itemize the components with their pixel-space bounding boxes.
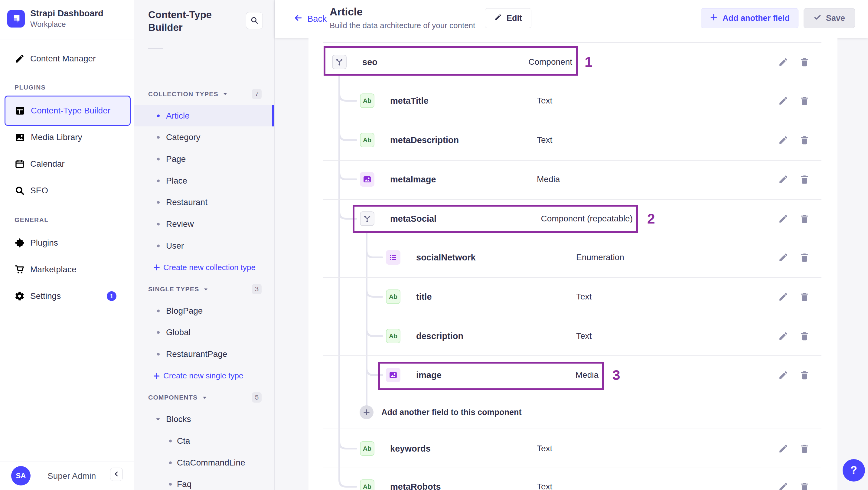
subnav-section-single-types: SINGLE TYPES3 [134,278,274,300]
subnav-item-faq[interactable]: Faq [134,473,274,490]
delete-field-button[interactable] [798,212,811,225]
field-name: seo [362,57,377,67]
subnav-item-article[interactable]: Article [134,105,274,127]
edit-field-button[interactable] [777,212,790,225]
page-header: Back Article Build the data architecture… [275,0,868,38]
bullet-icon [157,136,160,139]
notification-badge: 1 [107,291,117,301]
main-sidebar: Strapi Dashboard Workplace Content Manag… [0,0,134,490]
text-field-icon: Ab [360,480,374,490]
subnav-item-restaurantpage[interactable]: RestaurantPage [134,343,274,365]
delete-field-button[interactable] [798,368,811,382]
field-name: description [416,331,463,341]
delete-field-button[interactable] [798,55,811,69]
field-row-description: AbdescriptionText [309,323,837,349]
delete-field-button[interactable] [798,329,811,343]
edit-field-button[interactable] [777,251,790,264]
strapi-logo[interactable] [7,10,25,28]
component-field-icon [332,55,347,69]
add-field-to-component-button[interactable] [360,405,373,419]
save-button[interactable]: Save [804,8,855,28]
edit-field-button[interactable] [777,290,790,303]
trash-icon [799,370,810,380]
edit-field-button[interactable] [777,368,790,382]
chevron-left-icon [113,470,120,479]
delete-field-button[interactable] [798,251,811,264]
sidebar-item-settings[interactable]: Settings1 [0,285,134,307]
gear-icon [14,291,25,301]
edit-field-button[interactable] [777,480,790,490]
avatar: SA [11,466,31,486]
subnav-item-cta[interactable]: Cta [134,430,274,452]
subnav-item-category[interactable]: Category [134,126,274,148]
subnav-item-blocks[interactable]: Blocks [134,408,274,430]
edit-button[interactable]: Edit [485,8,531,28]
sidebar-item-content-manager[interactable]: Content Manager [0,48,134,69]
subnav-item-label: Page [166,154,186,164]
sidebar-item-label: Content Manager [30,54,96,63]
row-divider [323,277,822,278]
edit-field-button[interactable] [777,442,790,455]
sidebar-item-seo[interactable]: SEO [0,180,134,201]
field-type: Text [537,444,552,453]
pencil-icon [778,331,788,341]
subnav-item-page[interactable]: Page [134,148,274,170]
edit-field-button[interactable] [777,94,790,108]
sidebar-item-plugins[interactable]: Plugins [0,232,134,253]
subnav-item-ctacommandline[interactable]: CtaCommandLine [134,452,274,474]
delete-field-button[interactable] [798,290,811,303]
sidebar-item-calendar[interactable]: Calendar [0,153,134,175]
subnav-item-review[interactable]: Review [134,213,274,235]
subnav-item-blogpage[interactable]: BlogPage [134,300,274,322]
add-field-to-component-label[interactable]: Add another field to this component [381,408,521,417]
user-bar: SA Super Admin [0,462,134,490]
field-row-metaSocial: metaSocialComponent (repeatable) [309,206,837,232]
trash-icon [799,174,810,184]
chevron-down-icon[interactable] [203,286,209,292]
nav-section-title: GENERAL [14,216,49,223]
delete-field-button[interactable] [798,133,811,147]
trash-icon [799,331,810,341]
edit-field-button[interactable] [777,55,790,69]
subnav-section-label: COMPONENTS [148,394,198,401]
subnav-item-user[interactable]: User [134,235,274,257]
add-another-field-button[interactable]: Add another field [701,8,799,28]
delete-field-button[interactable] [798,480,811,490]
field-type: Enumeration [576,252,624,262]
delete-field-button[interactable] [798,94,811,108]
subnav-section-label: SINGLE TYPES [148,285,199,293]
help-button[interactable]: ? [843,459,865,482]
trash-icon [799,292,810,302]
media-field-icon [360,172,374,187]
chevron-down-icon[interactable] [155,417,161,422]
subnav-action-create-new-collection-type[interactable]: Create new collection type [134,257,274,279]
strapi-content-type-builder-screen: Strapi Dashboard Workplace Content Manag… [0,0,868,490]
header-actions: Add another field Save [701,8,855,28]
annotation-number-2: 2 [647,211,655,227]
edit-field-button[interactable] [777,329,790,343]
subnav-item-global[interactable]: Global [134,322,274,344]
field-row-keywords: AbkeywordsText [309,436,837,461]
trash-icon [799,443,810,454]
edit-field-button[interactable] [777,173,790,186]
calendar-icon [14,159,25,169]
delete-field-button[interactable] [798,442,811,455]
subnav-item-restaurant[interactable]: Restaurant [134,191,274,213]
collapse-sidebar-button[interactable] [110,468,123,481]
back-link[interactable]: Back [292,0,329,38]
edit-field-button[interactable] [777,133,790,147]
sidebar-item-media-library[interactable]: Media Library [0,127,134,148]
field-type: Media [537,175,560,184]
delete-field-button[interactable] [798,173,811,186]
subnav-action-create-new-single-type[interactable]: Create new single type [134,365,274,387]
subnav-item-place[interactable]: Place [134,170,274,192]
annotation-number-1: 1 [585,54,592,70]
search-button[interactable] [246,12,263,29]
chevron-down-icon[interactable] [202,395,208,400]
sidebar-item-marketplace[interactable]: Marketplace [0,259,134,280]
row-divider [323,160,822,161]
workspace-name: Workplace [30,20,66,29]
sidebar-item-content-type-builder[interactable]: Content-Type Builder [4,96,131,126]
field-name: title [416,292,432,302]
chevron-down-icon[interactable] [222,91,228,97]
